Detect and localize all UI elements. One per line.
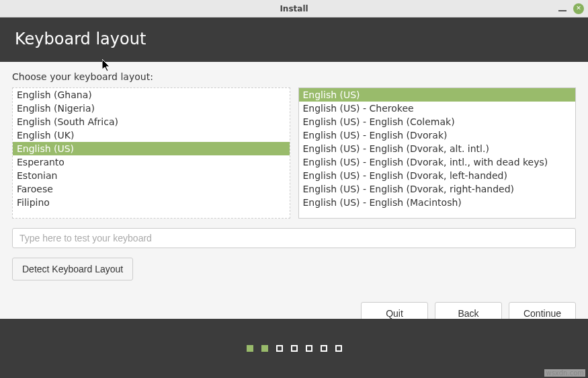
minimize-icon[interactable]: [558, 10, 566, 11]
layout-columns: English (Ghana)English (Nigeria)English …: [12, 87, 576, 219]
progress-footer: [0, 319, 588, 378]
list-item[interactable]: English (US) - English (Dvorak, right-ha…: [299, 182, 576, 196]
progress-dot: [306, 345, 312, 352]
variant-listbox[interactable]: English (US)English (US) - CherokeeEngli…: [298, 87, 577, 219]
window-title: Install: [280, 4, 308, 13]
progress-dot: [261, 345, 268, 352]
list-item[interactable]: English (UK): [13, 128, 290, 142]
main-content: Choose your keyboard layout: English (Gh…: [0, 62, 588, 293]
list-item[interactable]: English (US) - English (Macintosh): [299, 196, 576, 209]
progress-dot: [247, 345, 253, 352]
list-item[interactable]: Filipino: [13, 196, 290, 209]
detect-button[interactable]: Detect Keyboard Layout: [12, 258, 133, 280]
list-item[interactable]: English (US) - Cherokee: [299, 102, 576, 115]
progress-dot: [276, 345, 283, 352]
list-item[interactable]: English (US) - English (Dvorak, left-han…: [299, 169, 576, 182]
list-item[interactable]: Esperanto: [13, 155, 290, 169]
layout-prompt: Choose your keyboard layout:: [12, 71, 576, 82]
close-icon[interactable]: [573, 3, 584, 14]
list-item[interactable]: English (Ghana): [13, 88, 290, 102]
watermark: wsxdn.com: [544, 369, 585, 377]
language-listbox[interactable]: English (Ghana)English (Nigeria)English …: [12, 87, 290, 219]
window-controls: [558, 3, 584, 14]
list-item[interactable]: Estonian: [13, 169, 290, 182]
list-item[interactable]: English (Nigeria): [13, 102, 290, 115]
list-item[interactable]: Faroese: [13, 182, 290, 196]
list-item[interactable]: English (US) - English (Colemak): [299, 115, 576, 128]
list-item[interactable]: English (US) - English (Dvorak, intl., w…: [299, 155, 576, 169]
titlebar: Install: [0, 0, 588, 17]
list-item[interactable]: English (US): [299, 88, 576, 102]
list-item[interactable]: English (US): [13, 142, 290, 155]
keyboard-test-input[interactable]: [12, 228, 576, 248]
list-item[interactable]: English (South Africa): [13, 115, 290, 128]
page-header: Keyboard layout: [0, 17, 588, 62]
progress-dot: [321, 345, 327, 352]
page-title: Keyboard layout: [15, 30, 573, 48]
list-item[interactable]: English (US) - English (Dvorak, alt. int…: [299, 142, 576, 155]
progress-dot: [291, 345, 298, 352]
progress-dot: [335, 345, 342, 352]
list-item[interactable]: English (US) - English (Dvorak): [299, 128, 576, 142]
